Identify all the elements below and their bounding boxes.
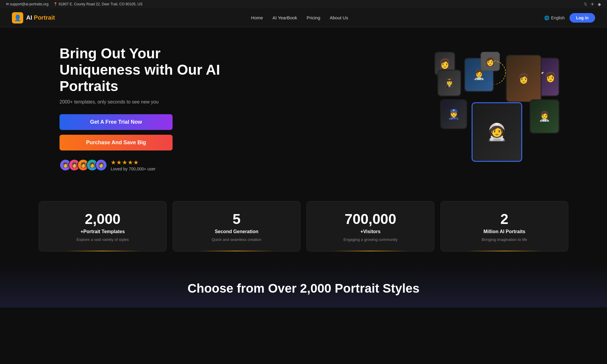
logo-icon: 👤: [12, 12, 23, 23]
social-proof: 👩 👩 👩 👩 👩 ★★★★★ Loved by 700,000+ user: [60, 159, 226, 171]
logo-text: AI Portrait: [26, 14, 55, 21]
stat-number-templates: 2,000: [51, 211, 154, 227]
stat-desc-generation: Quick and seamless creation: [185, 237, 288, 242]
collage-photo-3: 👩: [506, 55, 542, 102]
login-button[interactable]: Log in: [570, 13, 595, 23]
nav-pricing[interactable]: Pricing: [306, 15, 320, 20]
collage-photo-5: 👮‍♀️: [440, 99, 467, 129]
logo[interactable]: 👤 AI Portrait: [12, 12, 55, 23]
twitter-icon[interactable]: 𝕏: [584, 2, 587, 7]
nav-links: Home AI YearBook Pricing About Us: [251, 15, 348, 20]
nav-about[interactable]: About Us: [330, 15, 348, 20]
avatar-group: 👩 👩 👩 👩 👩: [60, 159, 107, 171]
loved-text: Loved by 700,000+ user: [111, 167, 156, 171]
bottom-section: Choose from Over 2,000 Portrait Styles: [0, 263, 607, 307]
purchase-button[interactable]: Purchase And Save Big: [60, 135, 173, 150]
hero-collage: 👩 👩 👩‍✈️ 👩‍⚕️ 👩 🎸👩 👮‍♀️ 🧑‍🚀 👩‍⚕️: [434, 52, 559, 165]
language-label: English: [551, 15, 565, 20]
stat-desc-visitors: Engaging a growing community: [319, 237, 422, 242]
discord-icon[interactable]: ◆: [598, 2, 601, 7]
rating-block: ★★★★★ Loved by 700,000+ user: [111, 159, 156, 171]
navbar: 👤 AI Portrait Home AI YearBook Pricing A…: [0, 8, 607, 27]
stat-card-generation: 5 Second Generation Quick and seamless c…: [173, 201, 301, 252]
star-rating: ★★★★★: [111, 159, 156, 166]
top-bar: ✉ support@ai-portraits.org 📍 81807 E. Co…: [0, 0, 607, 8]
collage-photo-6: 👩‍⚕️: [530, 99, 559, 134]
hero-title: Bring Out Your Uniqueness with Our AI Po…: [60, 45, 226, 95]
stat-card-portraits: 2 Million AI Portraits Bringing imaginat…: [440, 201, 568, 252]
avatar-5: 👩: [95, 159, 107, 171]
nav-right: 🌐 English Log in: [544, 13, 595, 23]
stat-desc-templates: Explore a vast variety of styles: [51, 237, 154, 242]
collage-photo-1: 👩‍✈️: [437, 70, 461, 96]
stat-number-generation: 5: [185, 211, 288, 227]
nav-home[interactable]: Home: [251, 15, 263, 20]
stat-label-portraits: Million AI Portraits: [453, 229, 556, 234]
nav-yearbook[interactable]: AI YearBook: [273, 15, 297, 20]
hero-section: Bring Out Your Uniqueness with Our AI Po…: [0, 27, 607, 189]
stats-section: 2,000 +Portrait Templates Explore a vast…: [0, 189, 607, 263]
stat-label-generation: Second Generation: [185, 229, 288, 234]
globe-icon: 🌐: [544, 15, 549, 20]
stat-card-templates: 2,000 +Portrait Templates Explore a vast…: [39, 201, 167, 252]
bottom-title: Choose from Over 2,000 Portrait Styles: [36, 281, 571, 296]
stat-card-visitors: 700,000 +Visitors Engaging a growing com…: [306, 201, 434, 252]
email-info: ✉ support@ai-portraits.org: [6, 2, 49, 6]
stat-label-visitors: +Visitors: [319, 229, 422, 234]
address-info: 📍 81807 E. County Road 22, Deer Trail, C…: [53, 2, 143, 6]
hero-subtitle: 2000+ templates, only seconds to see new…: [60, 99, 226, 105]
stat-number-visitors: 700,000: [319, 211, 422, 227]
hero-left: Bring Out Your Uniqueness with Our AI Po…: [60, 45, 226, 171]
stat-label-templates: +Portrait Templates: [51, 229, 154, 234]
stat-number-portraits: 2: [453, 211, 556, 227]
free-trial-button[interactable]: Get A Free Trial Now: [60, 114, 173, 130]
collage-photo-main: 🧑‍🚀: [472, 102, 522, 162]
top-bar-left: ✉ support@ai-portraits.org 📍 81807 E. Co…: [6, 2, 143, 6]
top-bar-social: 𝕏 ✈ ◆: [584, 2, 601, 7]
telegram-icon[interactable]: ✈: [591, 2, 594, 7]
language-button[interactable]: 🌐 English: [544, 15, 565, 20]
stat-desc-portraits: Bringing imagination to life: [453, 237, 556, 242]
